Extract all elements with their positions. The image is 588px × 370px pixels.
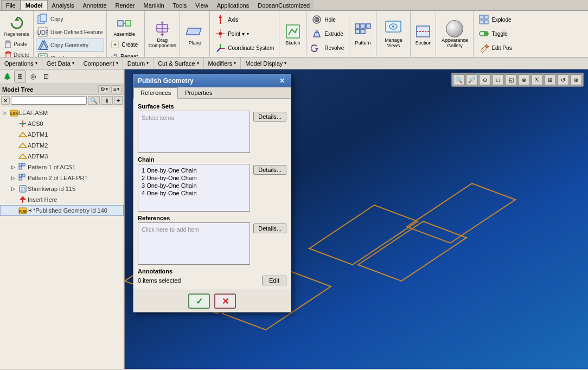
svg-rect-5 [7, 52, 9, 53]
tree-label-acs0: ACS0 [28, 120, 43, 127]
chain-item-3[interactable]: 3 One-by-One Chain [140, 182, 247, 189]
dialog-close-button[interactable]: ✕ [278, 76, 286, 85]
delete-button[interactable]: Delete [2, 49, 31, 58]
tree-filter-input[interactable] [11, 96, 87, 105]
model-display-menu[interactable]: Model Display▾ [241, 58, 291, 69]
cut-surface-menu[interactable]: Cut & Surface▾ [154, 58, 203, 69]
svg-rect-68 [20, 186, 26, 192]
plane-button[interactable]: Plane [182, 21, 207, 47]
dialog-tab-properties[interactable]: Properties [178, 87, 219, 98]
toggle-button[interactable]: Toggle [476, 27, 510, 40]
pattern-button[interactable]: Pattern [353, 21, 373, 47]
tree-icon-4[interactable]: ⊡ [40, 71, 52, 82]
user-defined-feature-button[interactable]: UDF User-Defined Feature [36, 25, 104, 39]
tree-item-published-geo[interactable]: PUB ✶ *Published Geometry id 140 [0, 205, 124, 216]
operations-menu[interactable]: Operations▾ [0, 58, 42, 69]
tree-item-acs0[interactable]: ACS0 [0, 118, 124, 129]
tree-item-pattern1[interactable]: ▷ Pattern 1 of ACS1 [0, 162, 124, 173]
publish-geometry-dialog: Publish Geometry ✕ References Properties… [133, 74, 291, 312]
dialog-tab-references[interactable]: References [133, 87, 178, 99]
surface-sets-details-btn[interactable]: Details... [253, 112, 286, 122]
tab-applications[interactable]: Applications [213, 0, 253, 10]
create-button[interactable]: + Create [109, 39, 139, 50]
tree-label-adtm1: ADTM1 [28, 131, 48, 138]
axis-button[interactable]: Axis [212, 13, 241, 26]
dialog-cancel-button[interactable]: ✕ [214, 294, 236, 309]
section-button[interactable]: Section [413, 21, 433, 47]
tab-view[interactable]: View [191, 0, 213, 10]
tree-item-adtm2[interactable]: ADTM2 [0, 140, 124, 151]
chain-item-2[interactable]: 2 One-by-One Chain [140, 174, 247, 182]
paste-button[interactable]: Paste [2, 39, 31, 49]
regenerate-button[interactable]: Regenerate [2, 12, 31, 39]
explode-group: Explode Toggle Edit Pos [474, 11, 517, 57]
extrude-button[interactable]: Extrude [309, 27, 346, 40]
chain-details-btn[interactable]: Details... [253, 165, 286, 175]
appearance-gallery-button[interactable]: Appearance Gallery [438, 18, 471, 50]
edit-pos-button[interactable]: Edit Pos [476, 42, 514, 55]
copy-button[interactable]: Copy [36, 12, 104, 25]
plane-group: Plane [180, 11, 210, 57]
tab-tools[interactable]: Tools [169, 0, 191, 10]
revolve-button[interactable]: Revolve [309, 42, 347, 55]
tab-doosan[interactable]: DoosanCustomized [253, 0, 314, 10]
tree-view-btn[interactable]: ≡▾ [111, 85, 122, 93]
svg-marker-60 [19, 143, 27, 148]
revolve-label: Revolve [324, 45, 344, 51]
tree-icon-2[interactable]: ⊞ [14, 71, 26, 82]
references-details-btn[interactable]: Details... [253, 224, 286, 233]
tree-icon-3[interactable]: ◎ [27, 71, 39, 82]
drag-components-label: Drag Components [149, 37, 176, 48]
tree-close-btn[interactable]: ✕ [1, 96, 10, 105]
tree-settings-btn[interactable]: ⚙▾ [98, 85, 110, 93]
panel-icon-bar: 🌲 ⊞ ◎ ⊡ [0, 69, 124, 84]
tree-filter-btn[interactable]: ≬ [101, 96, 113, 105]
tree-item-adtm1[interactable]: ADTM1 [0, 129, 124, 140]
tab-render[interactable]: Render [111, 0, 139, 10]
datum-menu[interactable]: Datum▾ [123, 58, 154, 69]
surface-sets-list[interactable]: Select items [138, 111, 250, 153]
chain-list[interactable]: 1 One-by-One Chain 2 One-by-One Chain 3 … [138, 164, 250, 212]
coordinate-system-button[interactable]: Coordinate System [212, 42, 277, 55]
tree-item-insert-here[interactable]: Insert Here [0, 194, 124, 205]
manage-views-button[interactable]: Manage Views [379, 18, 408, 50]
dialog-ok-button[interactable]: ✓ [188, 294, 210, 309]
tab-model[interactable]: Model [21, 0, 48, 10]
views-btn-group: Manage Views [376, 11, 411, 57]
tree-icon-1[interactable]: 🌲 [1, 71, 13, 82]
references-list[interactable]: Click here to add item [138, 222, 250, 265]
drag-components-button[interactable]: Drag Components [147, 18, 177, 50]
tree-item-pattern2[interactable]: ▷ Pattern 2 of LEAF.PRT [0, 173, 124, 183]
svg-rect-38 [355, 24, 360, 28]
point-button[interactable]: Point ▾ ▾ [212, 27, 252, 40]
explode-button[interactable]: Explode [476, 13, 514, 26]
svg-rect-40 [366, 24, 370, 28]
sketch-button[interactable]: Sketch [283, 21, 303, 47]
shrinkwrap-button[interactable]: Shrinkwrap [36, 52, 104, 58]
tab-annotate[interactable]: Annotate [78, 0, 111, 10]
tree-add-btn[interactable]: + [114, 96, 123, 105]
chain-item-1[interactable]: 1 One-by-One Chain [140, 167, 247, 174]
repeat-button[interactable]: Repeat [109, 50, 139, 58]
svg-rect-41 [355, 29, 360, 34]
copy-geometry-button[interactable]: Copy Geometry [36, 39, 104, 52]
svg-rect-39 [361, 24, 365, 28]
tree-search-btn[interactable]: 🔍 [88, 96, 100, 105]
datum-group: Axis Point ▾ ▾ Coordinate System [210, 11, 279, 57]
tree-item-leaf-asm[interactable]: ▷ ASM LEAF.ASM [0, 107, 124, 118]
modifiers-menu[interactable]: Modifiers▾ [204, 58, 241, 69]
chain-item-4[interactable]: 4 One-by-One Chain [140, 189, 247, 197]
svg-rect-51 [484, 20, 488, 24]
tab-file[interactable]: File [1, 0, 21, 10]
component-menu[interactable]: Component▾ [79, 58, 123, 69]
hole-button[interactable]: Hole [309, 13, 338, 26]
get-data-menu[interactable]: Get Data▾ [42, 58, 79, 69]
svg-rect-32 [286, 25, 299, 38]
annotations-edit-btn[interactable]: Edit [262, 276, 286, 285]
assemble-button[interactable]: Assemble [109, 12, 139, 39]
tree-label-leaf-asm: LEAF.ASM [19, 110, 48, 116]
tree-item-adtm3[interactable]: ADTM3 [0, 151, 124, 162]
tab-manikin[interactable]: Manikin [139, 0, 169, 10]
tab-analysis[interactable]: Analysis [48, 0, 79, 10]
tree-item-shrinkwrap[interactable]: ▷ Shrinkwrap id 115 [0, 183, 124, 194]
